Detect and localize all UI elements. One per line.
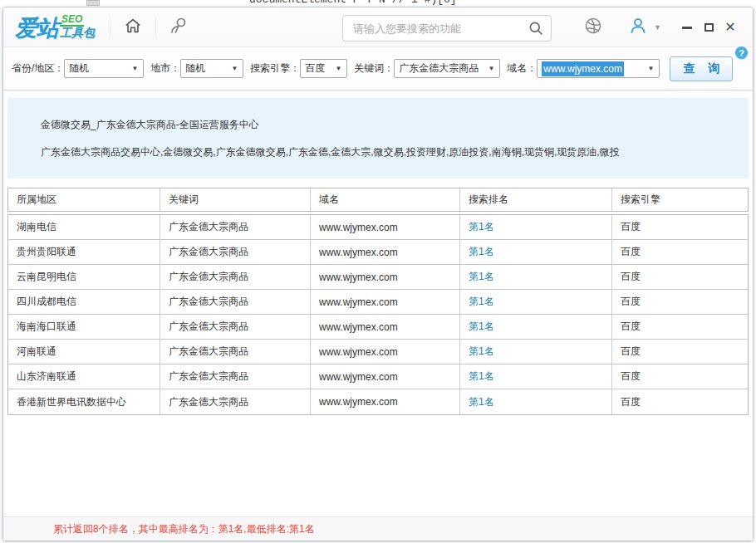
chevron-down-icon: ▼ (483, 65, 499, 72)
domain-cell: www.wjymex.com (311, 215, 460, 239)
domain-cell: www.wjymex.com (311, 240, 460, 264)
keyword-cell: 广东金德大宗商品 (160, 215, 311, 239)
region-cell: 湖南电信 (8, 215, 160, 239)
rank-cell[interactable]: 第1名 (460, 315, 612, 339)
maximize-icon (704, 23, 714, 32)
engine-cell: 百度 (612, 315, 748, 339)
user-icon (628, 16, 648, 39)
domain-cell: www.wjymex.com (311, 364, 460, 389)
keyword-select[interactable]: 广东金德大宗商品 ▼ (394, 59, 500, 78)
search-input[interactable] (353, 22, 528, 35)
chevron-down-icon: ▼ (642, 65, 659, 72)
domain-cell: www.wjymex.com (311, 265, 460, 289)
result-page-keywords: 广东金德大宗商品交易中心,金德微交易,广东金德微交易,广东金德,金德大宗,微交易… (41, 145, 732, 159)
status-bar: 累计返回8个排名，其中最高排名为：第1名,最低排名:第1名 (3, 516, 753, 541)
results-table-body: 湖南电信广东金德大宗商品www.wjymex.com第1名百度贵州贵阳联通广东金… (7, 214, 749, 415)
logo-text-main: 爱站 (15, 17, 58, 40)
close-icon: ✕ (724, 21, 735, 34)
network-button[interactable] (579, 13, 607, 42)
rank-cell[interactable]: 第1名 (460, 265, 612, 289)
region-cell: 香港新世界电讯数据中心 (8, 389, 160, 414)
domain-cell: www.wjymex.com (311, 315, 460, 339)
column-header: 搜索排名 (460, 188, 612, 211)
table-row: 贵州贵阳联通广东金德大宗商品www.wjymex.com第1名百度 (8, 240, 748, 265)
engine-cell: 百度 (612, 389, 748, 414)
help-button[interactable]: ? (735, 46, 748, 59)
province-value: 随机 (69, 61, 89, 76)
table-row: 湖南电信广东金德大宗商品www.wjymex.com第1名百度 (8, 215, 748, 240)
function-search (342, 15, 552, 42)
city-value: 随机 (185, 61, 205, 76)
province-label: 省份/地区： (12, 61, 64, 76)
keyword-cell: 广东金德大宗商品 (160, 315, 311, 339)
background-window-chip (86, 0, 100, 6)
region-cell: 云南昆明电信 (8, 265, 160, 289)
keyword-cell: 广东金德大宗商品 (160, 240, 311, 264)
keyword-cell: 广东金德大宗商品 (160, 364, 311, 389)
domain-value: www.wjymex.com (542, 61, 624, 76)
keyword-label: 关键词： (354, 61, 394, 76)
table-row: 云南昆明电信广东金德大宗商品www.wjymex.com第1名百度 (8, 265, 748, 290)
table-row: 四川成都电信广东金德大宗商品www.wjymex.com第1名百度 (8, 290, 748, 315)
domain-label: 域名： (507, 61, 537, 76)
table-row: 海南海口联通广东金德大宗商品www.wjymex.com第1名百度 (8, 315, 748, 340)
engine-cell: 百度 (612, 215, 748, 239)
engine-cell: 百度 (612, 340, 748, 364)
table-row: 河南联通广东金德大宗商品www.wjymex.com第1名百度 (8, 340, 748, 364)
domain-cell: www.wjymex.com (311, 290, 460, 314)
keyword-cell: 广东金德大宗商品 (160, 290, 311, 314)
maximize-button[interactable] (698, 18, 719, 37)
keyword-cell: 广东金德大宗商品 (160, 389, 311, 414)
close-button[interactable]: ✕ (719, 18, 741, 37)
region-cell: 山东济南联通 (8, 364, 160, 389)
rank-cell[interactable]: 第1名 (460, 364, 612, 389)
column-header: 搜索引擎 (612, 188, 748, 211)
region-cell: 贵州贵阳联通 (8, 240, 160, 264)
query-button[interactable]: 查 询 (670, 56, 733, 81)
rank-cell[interactable]: 第1名 (460, 290, 612, 314)
titlebar-separator (110, 17, 110, 38)
minimize-button[interactable] (676, 18, 698, 37)
status-summary-text: 累计返回8个排名，其中最高排名为：第1名,最低排名:第1名 (53, 522, 315, 536)
user-lookup-button[interactable] (164, 13, 193, 42)
filter-bar: 省份/地区： 随机 ▼ 地市： 随机 ▼ 搜索引擎： 百度 ▼ (3, 47, 753, 90)
logo-text-seo: SEO (60, 14, 84, 27)
screen: documentElement P T N // i #)[0] 爱站 SEO … (0, 0, 756, 543)
engine-label: 搜索引擎： (250, 61, 300, 76)
search-icon[interactable] (528, 20, 544, 37)
table-row: 山东济南联通广东金德大宗商品www.wjymex.com第1名百度 (8, 364, 748, 389)
chevron-down-icon: ▼ (126, 65, 143, 72)
rank-cell[interactable]: 第1名 (460, 215, 612, 239)
keyword-cell: 广东金德大宗商品 (160, 265, 311, 289)
engine-cell: 百度 (612, 364, 748, 389)
engine-select[interactable]: 百度 ▼ (300, 59, 347, 78)
result-page-title: 金德微交易_广东金德大宗商品-全国运营服务中心 (41, 118, 732, 132)
rank-cell[interactable]: 第1名 (460, 389, 612, 414)
domain-combobox[interactable]: www.wjymex.com ▼ (537, 59, 660, 78)
account-caret-icon[interactable]: ▼ (654, 23, 661, 32)
city-label: 地市： (150, 61, 180, 76)
globe-icon (583, 16, 603, 39)
city-select[interactable]: 随机 ▼ (180, 59, 243, 78)
domain-cell: www.wjymex.com (311, 340, 460, 364)
engine-value: 百度 (305, 61, 325, 76)
region-cell: 海南海口联通 (8, 315, 160, 339)
column-header: 关键词 (160, 188, 311, 211)
column-header: 所属地区 (8, 188, 160, 211)
chevron-down-icon: ▼ (330, 65, 346, 72)
rank-cell[interactable]: 第1名 (460, 240, 612, 264)
rank-cell[interactable]: 第1名 (460, 340, 612, 364)
minimize-icon (682, 27, 692, 29)
content-spacer (3, 415, 753, 516)
background-window-text: documentElement P T N // i #)[0] (249, 0, 457, 6)
column-header: 域名 (311, 188, 460, 211)
home-button[interactable] (119, 13, 147, 42)
chevron-down-icon: ▼ (226, 65, 243, 72)
results-table-header: 所属地区关键词域名搜索排名搜索引擎 (7, 188, 749, 212)
keyword-cell: 广东金德大宗商品 (160, 340, 311, 364)
province-select[interactable]: 随机 ▼ (64, 59, 144, 78)
table-row: 香港新世界电讯数据中心广东金德大宗商品www.wjymex.com第1名百度 (8, 389, 748, 414)
account-button[interactable] (624, 13, 652, 42)
person-search-icon (169, 16, 189, 39)
app-window: 爱站 SEO 工具包 (2, 7, 754, 541)
